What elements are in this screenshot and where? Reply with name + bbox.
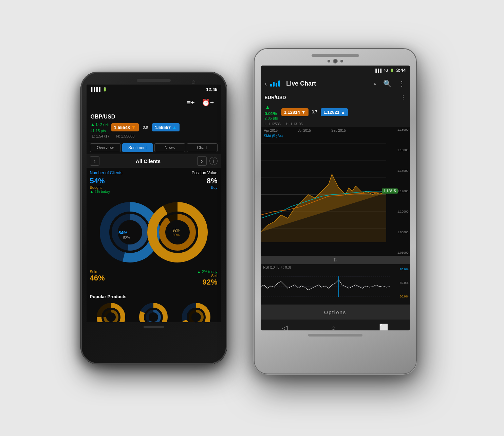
options-button[interactable]: Options [324, 309, 347, 315]
phone1-home-button[interactable] [144, 326, 164, 328]
popular-item-spx: US SPX 500 Cash [138, 302, 169, 322]
time-display: 12:45 [206, 87, 217, 92]
topbar2-title: Live Chart [286, 80, 369, 87]
statusbar2: ▐▐▐ 4G 🔋 3:44 [261, 66, 410, 75]
divider-handle[interactable]: ⇅ [261, 256, 410, 264]
eurusd-header: EUR/USD ⋮ [261, 92, 410, 103]
signal2-icon: ▐▐▐ [374, 69, 381, 72]
sell-label: Sell [197, 274, 218, 278]
today-bought: ▲ 2% today [90, 189, 110, 194]
back-arrow[interactable]: ‹ [265, 80, 267, 88]
position-label: Position Value [192, 170, 218, 175]
eurusd-arrow: ▲ [265, 104, 278, 111]
phone2-bottom-nav: ◁ ○ ⬜ [261, 320, 410, 330]
phone1-body: ▐▐▐▐ 🔋 12:45 ≡+ ⏰+ GBP/USD ▲ 0.27% 41.15… [81, 72, 227, 364]
eurusd-high: H: 1.13105 [286, 122, 303, 126]
rsi-svg [261, 270, 396, 304]
change-pct: ▲ 0.27% [91, 122, 109, 127]
tab-news[interactable]: News [154, 143, 185, 152]
ask-price: 1.55557 [155, 125, 171, 130]
svg-text:52%: 52% [123, 236, 130, 240]
p2-home-icon[interactable]: ○ [331, 324, 336, 330]
eurusd-change: ▲ 0.01% 2.05 pts [265, 104, 278, 120]
bid-price-box[interactable]: 1.55548 ▼ [111, 123, 139, 131]
phone2-body: ▐▐▐ 4G 🔋 3:44 ‹ Live Chart [254, 48, 417, 374]
phone2-speaker [312, 54, 359, 57]
buy-pct: 8% [207, 177, 218, 185]
eurusd-ask-arrow: ▲ [341, 110, 345, 115]
donuts-area: 54% 52% 92% 90% [87, 195, 221, 270]
price-1: 1.18000 [397, 128, 409, 131]
prev-arrow[interactable]: ‹ [90, 156, 99, 166]
p2-recent-icon[interactable]: ⬜ [379, 324, 388, 330]
currency-pair: GBP/USD [91, 114, 217, 120]
tab-chart[interactable]: Chart [187, 143, 218, 152]
rsi-50: 50.0% [400, 281, 409, 285]
phone2-outer: ▐▐▐ 4G 🔋 3:44 ‹ Live Chart [254, 48, 424, 388]
phone2-screen: ▐▐▐ 4G 🔋 3:44 ‹ Live Chart [261, 66, 410, 330]
sell-pct: 92% [197, 278, 218, 287]
next-arrow[interactable]: › [197, 156, 207, 166]
chart-dates: Apr 2015 Jul 2015 Sep 2015 [264, 129, 346, 132]
eurusd-row: ▲ 0.01% 2.05 pts 1.12814 ▼ 0.7 1.12821 ▲ [261, 103, 410, 122]
eurusd-bid: 1.12814 [284, 110, 300, 115]
time2-display: 3:44 [396, 68, 406, 73]
eurusd-pts: 2.05 pts [265, 116, 278, 120]
alarm-icon[interactable]: ⏰+ [202, 98, 214, 107]
eurusd-pct: 0.01% [265, 111, 278, 116]
current-price-label: 1.12815 [382, 188, 397, 194]
bought-label: Bought [90, 185, 110, 189]
tab-overview[interactable]: Overview [90, 143, 121, 152]
signal-icon: ▐▐▐▐ [90, 87, 100, 91]
eurusd-bid-arrow: ▼ [301, 110, 306, 115]
ask-price-box[interactable]: 1.55557 ▲ [152, 123, 180, 131]
popular-item-eurusd: EUR/USD [96, 302, 126, 322]
main-chart: Apr 2015 Jul 2015 Sep 2015 SMA (5 ; 34) … [261, 127, 410, 256]
eurusd-low: L: 1.12536 [265, 122, 281, 126]
options-bar: Options [261, 305, 410, 320]
sold-pct: 46% [90, 274, 105, 283]
search-icon[interactable]: 🔍 [383, 79, 392, 88]
currency-header: GBP/USD ▲ 0.27% 41.15 pts 1.55548 ▼ 0.9 … [87, 111, 221, 141]
info-icon[interactable]: i [209, 157, 218, 165]
nav-title: All Clients [102, 158, 194, 164]
date-apr: Apr 2015 [264, 129, 278, 132]
today-sell: ▲ 2% today [197, 270, 218, 274]
rsi-label: RSI (10 ; 0.7 ; 0.3) [263, 266, 291, 269]
ask-arrow-up: ▲ [172, 125, 177, 130]
date-jul: Jul 2015 [298, 129, 311, 132]
4g-icon: 4G [384, 69, 388, 72]
p2-back-icon[interactable]: ◁ [282, 324, 288, 330]
resize-icon: ⇅ [333, 257, 337, 262]
eurusd-ask-box[interactable]: 1.12821 ▲ [321, 108, 348, 116]
battery-icon: 🔋 [102, 87, 107, 92]
eurusd-bid-box[interactable]: 1.12814 ▼ [281, 108, 309, 116]
topbar1: ≡+ ⏰+ [87, 94, 221, 111]
statusbar1: ▐▐▐▐ 🔋 12:45 [87, 85, 221, 94]
dots-menu[interactable]: ⋮ [398, 79, 406, 88]
phone1-speaker [137, 79, 171, 82]
tab-sentiment[interactable]: Sentiment [122, 143, 153, 152]
nav-row: ‹ All Clients › i [87, 154, 221, 168]
buy-label: Buy [207, 185, 218, 189]
triangle-icon: ▲ [373, 81, 377, 86]
date-sep: Sep 2015 [331, 129, 346, 132]
phone1-screen: ▐▐▐▐ 🔋 12:45 ≡+ ⏰+ GBP/USD ▲ 0.27% 41.15… [87, 85, 221, 322]
high-label: H: 1.55688 [116, 134, 135, 138]
svg-point-9 [162, 217, 193, 248]
bid-arrow-down: ▼ [131, 125, 136, 130]
svg-text:92%: 92% [173, 229, 180, 232]
scene: ▐▐▐▐ 🔋 12:45 ≡+ ⏰+ GBP/USD ▲ 0.27% 41.15… [81, 48, 424, 388]
phone2-camera-row [328, 59, 343, 63]
phone2-camera [333, 59, 338, 63]
popular-item-us30: US 30 Cash [181, 302, 211, 322]
chart-svg [261, 133, 400, 252]
rsi-30: 30.0% [400, 295, 409, 298]
sentiment-content: Number of Clients Position Value 54% Bou… [87, 168, 221, 291]
add-list-icon[interactable]: ≡+ [187, 99, 194, 107]
eurusd-ask: 1.12821 [323, 110, 339, 115]
bid-price: 1.55548 [114, 125, 130, 130]
eurusd-spread: 0.7 [312, 110, 318, 114]
eurusd-dots[interactable]: ⋮ [400, 94, 406, 101]
eurusd-pair: EUR/USD [265, 95, 286, 100]
